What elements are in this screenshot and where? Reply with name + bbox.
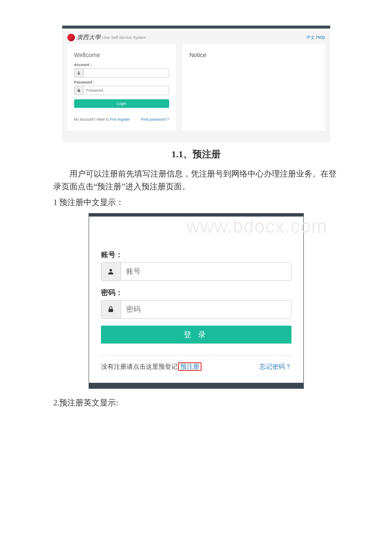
section-heading: 1.1、预注册 xyxy=(0,148,392,161)
no-account-text: No account? Here to xyxy=(74,117,110,121)
svg-rect-1 xyxy=(78,90,80,92)
cn-password-input[interactable] xyxy=(121,301,291,318)
svg-point-0 xyxy=(78,72,79,73)
cn-account-row xyxy=(101,262,291,281)
divider xyxy=(101,356,291,356)
help-link[interactable]: Help xyxy=(316,35,325,40)
logo-block: 廣西大學 User Self-Service System xyxy=(67,34,146,41)
lock-icon xyxy=(101,301,121,318)
university-seal-icon xyxy=(67,34,75,41)
cn-pre-register-link[interactable]: 预注册 xyxy=(179,363,201,370)
user-icon xyxy=(101,263,121,280)
password-input-row xyxy=(74,86,169,95)
find-password-link[interactable]: Find password ? xyxy=(141,117,169,121)
cn-login-button[interactable]: 登 录 xyxy=(101,326,291,344)
lang-switch-link[interactable]: 中文 xyxy=(306,35,315,40)
login-panel: Wellcome Account : Password : Login xyxy=(67,44,176,131)
notice-panel: Notice xyxy=(182,44,325,131)
header-links: 中文 Help xyxy=(306,35,325,40)
login-title: Wellcome xyxy=(74,52,169,58)
cn-password-label: 密码： xyxy=(101,288,291,298)
cn-forgot-password-link[interactable]: 忘记密码？ xyxy=(259,363,291,371)
password-label: Password : xyxy=(74,80,169,84)
svg-point-2 xyxy=(110,269,112,272)
pre-register-link[interactable]: Pre register xyxy=(110,117,130,121)
account-input[interactable] xyxy=(84,69,169,77)
system-title: User Self-Service System xyxy=(102,35,146,40)
figure1-header: 廣西大學 User Self-Service System 中文 Help xyxy=(67,34,325,44)
login-button[interactable]: Login xyxy=(74,99,169,108)
figure-chinese-login: www.bdocx.com 账号： 密码： 登 录 没有注册请点击这里预登记 预… xyxy=(89,213,304,389)
item-1: 1 预注册中文显示： xyxy=(53,197,339,208)
item-2: 2.预注册英文显示: xyxy=(53,397,339,408)
svg-rect-3 xyxy=(109,309,113,312)
cn-account-label: 账号： xyxy=(101,250,291,260)
cn-login-footer: 没有注册请点击这里预登记 预注册 忘记密码？ xyxy=(101,363,291,371)
cn-no-account-text: 没有注册请点击这里预登记 xyxy=(101,363,178,370)
lock-icon xyxy=(75,86,84,95)
watermark-text: www.bdocx.com xyxy=(150,216,363,237)
account-input-row xyxy=(74,68,169,78)
cn-account-input[interactable] xyxy=(121,263,291,280)
figure-english-login: 廣西大學 User Self-Service System 中文 Help We… xyxy=(62,26,330,143)
password-input[interactable] xyxy=(84,86,169,95)
user-icon xyxy=(75,69,84,77)
university-name: 廣西大學 xyxy=(77,34,101,41)
account-label: Account : xyxy=(74,63,169,67)
cn-password-row xyxy=(101,300,291,319)
login-footer: No account? Here to Pre register Find pa… xyxy=(74,117,169,121)
notice-title: Notice xyxy=(190,52,317,58)
section-body: 用户可以注册前先填写注册信息，凭注册号到网络中心办理注册业务。在登录页面点击“预… xyxy=(53,168,339,194)
